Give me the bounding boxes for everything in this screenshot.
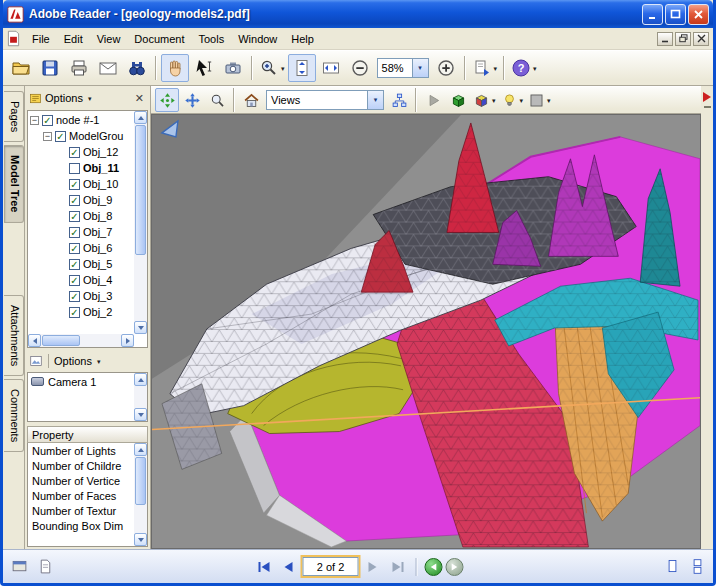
- tab-model-tree[interactable]: Model Tree: [4, 145, 24, 222]
- scroll-down-button[interactable]: [134, 533, 147, 546]
- search-button[interactable]: [123, 54, 151, 82]
- view-item-camera-1[interactable]: Camera 1: [28, 373, 134, 390]
- tree-node-obj-7[interactable]: ✓Obj_7: [28, 224, 134, 240]
- menu-item-tools[interactable]: Tools: [192, 30, 232, 48]
- last-page-button[interactable]: [387, 556, 409, 578]
- play-animation-button[interactable]: [421, 88, 445, 112]
- zoom-level-combobox[interactable]: 58% ▾: [377, 58, 429, 78]
- scroll-up-button[interactable]: [134, 111, 147, 124]
- visibility-checkbox[interactable]: ✓: [69, 259, 80, 270]
- tree-node-obj-9[interactable]: ✓Obj_9: [28, 192, 134, 208]
- tree-node-obj-8[interactable]: ✓Obj_8: [28, 208, 134, 224]
- document-restore-button[interactable]: [675, 32, 691, 46]
- tree-node-obj-3[interactable]: ✓Obj_3: [28, 288, 134, 304]
- scroll-down-button[interactable]: [134, 321, 147, 334]
- background-color-button[interactable]: ▾: [526, 88, 553, 112]
- first-page-button[interactable]: [253, 556, 275, 578]
- help-button[interactable]: ?▾: [509, 54, 539, 82]
- document-close-button[interactable]: [693, 32, 709, 46]
- scroll-up-button[interactable]: [134, 373, 147, 386]
- tree-node-obj-10[interactable]: ✓Obj_10: [28, 176, 134, 192]
- model-tree-horizontal-scrollbar[interactable]: [28, 334, 134, 347]
- tree-node-obj-11[interactable]: Obj_11: [28, 160, 134, 176]
- visibility-checkbox[interactable]: ✓: [69, 243, 80, 254]
- page-number-input[interactable]: [303, 557, 359, 576]
- property-row-number-of-childre[interactable]: Number of Childre: [28, 458, 134, 473]
- model-color-button[interactable]: ▾: [471, 88, 498, 112]
- visibility-checkbox[interactable]: [69, 163, 80, 174]
- scroll-down-button[interactable]: [134, 408, 147, 421]
- zoom-3d-button[interactable]: [205, 88, 229, 112]
- property-row-number-of-textur[interactable]: Number of Textur: [28, 503, 134, 518]
- zoom-tool-caret-icon[interactable]: ▾: [281, 65, 285, 72]
- open-button[interactable]: [7, 54, 35, 82]
- save-copy-button[interactable]: [36, 54, 64, 82]
- menu-item-view[interactable]: View: [90, 30, 128, 48]
- model-tree-vertical-scrollbar[interactable]: [134, 111, 147, 334]
- views-combobox[interactable]: Views ▾: [266, 90, 384, 110]
- next-view-button[interactable]: [446, 558, 464, 576]
- tree-node-obj-12[interactable]: ✓Obj_12: [28, 144, 134, 160]
- visibility-checkbox[interactable]: ✓: [69, 291, 80, 302]
- views-combo-arrow-icon[interactable]: ▾: [367, 91, 383, 109]
- help-caret-icon[interactable]: ▾: [533, 65, 537, 72]
- email-button[interactable]: [94, 54, 122, 82]
- visibility-checkbox[interactable]: ✓: [55, 131, 66, 142]
- snapshot-button[interactable]: [219, 54, 247, 82]
- scrollbar-thumb[interactable]: [135, 457, 146, 505]
- panel-close-button[interactable]: ✕: [133, 92, 146, 105]
- fit-page-button[interactable]: [288, 54, 316, 82]
- property-column-header[interactable]: Property: [27, 426, 148, 443]
- tab-pages[interactable]: Pages: [4, 91, 24, 142]
- tree-node-obj-6[interactable]: ✓Obj_6: [28, 240, 134, 256]
- zoom-combo-arrow-icon[interactable]: ▾: [412, 59, 428, 77]
- previous-view-button[interactable]: [425, 558, 443, 576]
- property-row-number-of-faces[interactable]: Number of Faces: [28, 488, 134, 503]
- tree-node-obj-2[interactable]: ✓Obj_2: [28, 304, 134, 320]
- tree-node-obj-5[interactable]: ✓Obj_5: [28, 256, 134, 272]
- zoom-in-tool-button[interactable]: ▾: [257, 54, 287, 82]
- statusbar-button-left-2[interactable]: [34, 556, 56, 578]
- document-minimize-button[interactable]: [657, 32, 673, 46]
- page-view-button[interactable]: ▾: [470, 54, 500, 82]
- select-tool-button[interactable]: [190, 54, 218, 82]
- visibility-checkbox[interactable]: ✓: [69, 211, 80, 222]
- lighting-button[interactable]: ▾: [499, 88, 526, 112]
- tree-node-node-1[interactable]: −✓node #-1: [28, 112, 134, 128]
- menu-item-edit[interactable]: Edit: [57, 30, 90, 48]
- tree-node-modelgrou[interactable]: −✓ModelGrou: [28, 128, 134, 144]
- property-row-number-of-vertice[interactable]: Number of Vertice: [28, 473, 134, 488]
- scrollbar-thumb[interactable]: [135, 125, 146, 255]
- continuous-page-button[interactable]: [686, 556, 708, 578]
- properties-vertical-scrollbar[interactable]: [134, 443, 147, 546]
- fit-width-button[interactable]: [317, 54, 345, 82]
- print-button[interactable]: [65, 54, 93, 82]
- views-options-button[interactable]: Options ▾: [54, 355, 100, 367]
- background-caret-icon[interactable]: ▾: [547, 97, 551, 104]
- model-tree-options-button[interactable]: Options ▾: [29, 92, 91, 105]
- statusbar-button-left-1[interactable]: [8, 556, 30, 578]
- visibility-checkbox[interactable]: ✓: [69, 307, 80, 318]
- previous-page-button[interactable]: [278, 556, 300, 578]
- visibility-checkbox[interactable]: ✓: [69, 179, 80, 190]
- menu-item-window[interactable]: Window: [231, 30, 284, 48]
- visibility-checkbox[interactable]: ✓: [69, 195, 80, 206]
- maximize-button[interactable]: [665, 4, 686, 25]
- tree-node-obj-4[interactable]: ✓Obj_4: [28, 272, 134, 288]
- render-mode-button[interactable]: [446, 88, 470, 112]
- menu-item-help[interactable]: Help: [284, 30, 321, 48]
- pan-tool-button[interactable]: [180, 88, 204, 112]
- hand-tool-button[interactable]: [161, 54, 189, 82]
- tab-comments[interactable]: Comments: [4, 379, 24, 452]
- next-page-button[interactable]: [362, 556, 384, 578]
- page-view-caret-icon[interactable]: ▾: [494, 65, 498, 72]
- menu-item-document[interactable]: Document: [127, 30, 191, 48]
- visibility-checkbox[interactable]: ✓: [42, 115, 53, 126]
- default-view-button[interactable]: [239, 88, 263, 112]
- tab-attachments[interactable]: Attachments: [4, 295, 24, 376]
- property-row-bounding-box-dim[interactable]: Bounding Box Dim: [28, 518, 134, 533]
- single-page-button[interactable]: [661, 556, 683, 578]
- color-caret-icon[interactable]: ▾: [492, 97, 496, 104]
- visibility-checkbox[interactable]: ✓: [69, 147, 80, 158]
- toolbar-overflow-icon[interactable]: [703, 92, 711, 102]
